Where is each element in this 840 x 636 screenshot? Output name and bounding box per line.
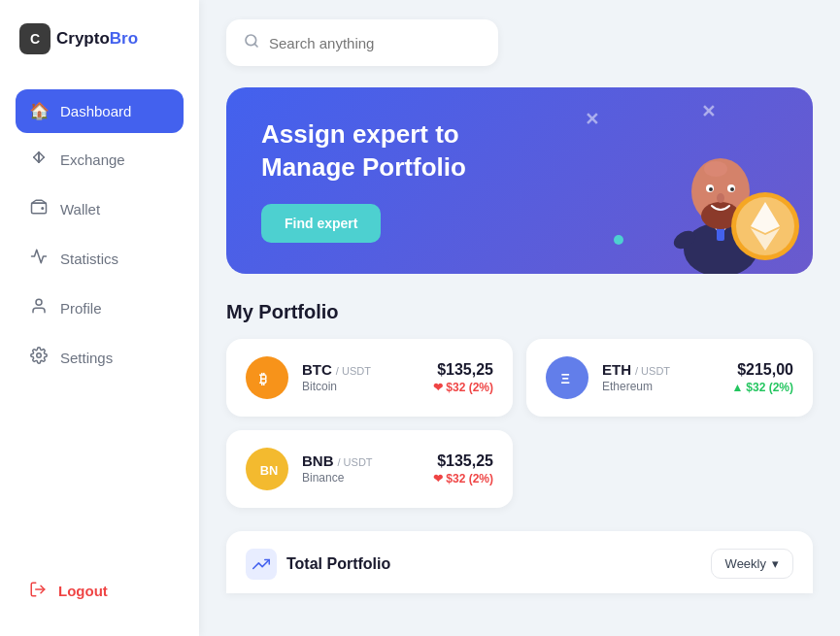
bnb-icon: BNB [246, 448, 288, 490]
btc-symbol: BTC [302, 361, 332, 378]
exchange-icon [29, 149, 49, 171]
bnb-price: $135,25 [433, 452, 493, 470]
sidebar-item-label: Profile [60, 300, 102, 317]
statistics-icon [29, 248, 49, 270]
sidebar-item-label: Exchange [60, 151, 125, 168]
bnb-name-row: BNB / USDT [302, 452, 420, 469]
btc-change-value: $32 (2%) [446, 381, 493, 394]
eth-change-arrow: ▲ [731, 381, 743, 394]
btc-fullname: Bitcoin [302, 380, 420, 393]
bnb-value: $135,25 ❤ $32 (2%) [433, 452, 493, 485]
bnb-change-value: $32 (2%) [446, 472, 493, 485]
weekly-dropdown[interactable]: Weekly ▾ [711, 549, 793, 579]
bnb-pair: / USDT [338, 456, 373, 468]
search-icon [244, 33, 259, 52]
svg-point-16 [709, 187, 713, 191]
sidebar-item-profile[interactable]: Profile [16, 285, 184, 331]
bnb-info: BNB / USDT Binance [302, 452, 420, 485]
main-content: Assign expert to Manage Portfolio Find e… [199, 0, 840, 636]
logo: C CryptoBro [16, 23, 184, 54]
portfolio-grid: ₿ BTC / USDT Bitcoin $135,25 ❤ $32 (2%) [226, 339, 813, 508]
total-portfolio-title: Total Portfolio [246, 549, 390, 580]
btc-value: $135,25 ❤ $32 (2%) [433, 361, 493, 394]
svg-point-19 [704, 161, 727, 177]
total-portfolio-icon [246, 549, 277, 580]
deco-x1: ✕ [585, 109, 599, 130]
svg-text:₿: ₿ [259, 370, 267, 385]
bnb-change: ❤ $32 (2%) [433, 472, 493, 485]
search-bar [226, 19, 498, 66]
svg-text:Ξ: Ξ [561, 370, 570, 385]
hero-text: Assign expert to Manage Portfolio Find e… [261, 118, 466, 243]
sidebar-item-label: Settings [60, 350, 113, 366]
sidebar-item-dashboard[interactable]: 🏠 Dashboard [16, 89, 184, 133]
eth-price: $215,00 [731, 361, 793, 379]
sidebar-item-label: Dashboard [60, 103, 131, 119]
logout-icon [29, 581, 47, 601]
sidebar-item-exchange[interactable]: Exchange [16, 137, 184, 183]
hero-title: Assign expert to Manage Portfolio [261, 118, 466, 184]
chevron-down-icon: ▾ [772, 556, 779, 571]
btc-info: BTC / USDT Bitcoin [302, 361, 420, 393]
eth-pair: / USDT [635, 365, 670, 377]
svg-point-5 [37, 353, 42, 358]
svg-text:BNB: BNB [260, 462, 278, 477]
total-portfolio-header: Total Portfolio Weekly ▾ [226, 531, 813, 593]
eth-icon: Ξ [546, 356, 588, 399]
search-input[interactable] [269, 35, 481, 51]
btc-change-arrow: ❤ [433, 381, 443, 394]
svg-point-18 [717, 193, 724, 203]
svg-point-3 [42, 208, 44, 210]
deco-dot1 [614, 235, 623, 245]
total-portfolio-label: Total Portfolio [286, 555, 390, 573]
portfolio-section-title: My Portfolio [226, 301, 813, 323]
eth-fullname: Ethereum [602, 380, 718, 393]
eth-name-row: ETH / USDT [602, 361, 718, 378]
sidebar: C CryptoBro 🏠 Dashboard Exchange Wallet [0, 0, 199, 636]
sidebar-item-wallet[interactable]: Wallet [16, 186, 184, 232]
eth-info: ETH / USDT Ethereum [602, 361, 718, 393]
eth-coin-decoration [731, 192, 799, 260]
profile-icon [29, 297, 49, 319]
logo-icon: C [19, 23, 50, 54]
my-portfolio-section: My Portfolio ₿ BTC / USDT Bitcoin [226, 301, 813, 593]
home-icon: 🏠 [29, 101, 49, 121]
svg-point-4 [36, 299, 42, 305]
logo-text: CryptoBro [56, 29, 138, 49]
bnb-symbol: BNB [302, 452, 334, 469]
bnb-fullname: Binance [302, 471, 420, 485]
eth-value: $215,00 ▲ $32 (2%) [731, 361, 793, 394]
sidebar-item-label: Wallet [60, 201, 100, 218]
btc-price: $135,25 [433, 361, 493, 379]
svg-line-8 [254, 44, 257, 47]
bnb-change-arrow: ❤ [433, 472, 443, 485]
weekly-label: Weekly [725, 556, 766, 571]
btc-change: ❤ $32 (2%) [433, 381, 493, 394]
logout-button[interactable]: Logout [16, 569, 184, 613]
sidebar-item-statistics[interactable]: Statistics [16, 236, 184, 282]
eth-change-value: $32 (2%) [746, 381, 793, 394]
bnb-card: BNB BNB / USDT Binance $135,25 ❤ $32 (2%… [226, 430, 513, 508]
btc-icon: ₿ [246, 356, 288, 399]
settings-icon [29, 347, 49, 369]
btc-pair: / USDT [336, 365, 371, 377]
svg-point-17 [730, 187, 734, 191]
sidebar-item-label: Statistics [60, 251, 118, 267]
find-expert-button[interactable]: Find expert [261, 204, 381, 243]
logout-label: Logout [58, 583, 108, 599]
btc-card: ₿ BTC / USDT Bitcoin $135,25 ❤ $32 (2%) [226, 339, 513, 417]
eth-card: Ξ ETH / USDT Ethereum $215,00 ▲ $32 (2%) [526, 339, 813, 417]
wallet-icon [29, 198, 49, 220]
sidebar-item-settings[interactable]: Settings [16, 335, 184, 381]
hero-banner: Assign expert to Manage Portfolio Find e… [226, 87, 813, 274]
btc-name-row: BTC / USDT [302, 361, 420, 378]
eth-symbol: ETH [602, 361, 631, 378]
eth-change: ▲ $32 (2%) [731, 381, 793, 394]
